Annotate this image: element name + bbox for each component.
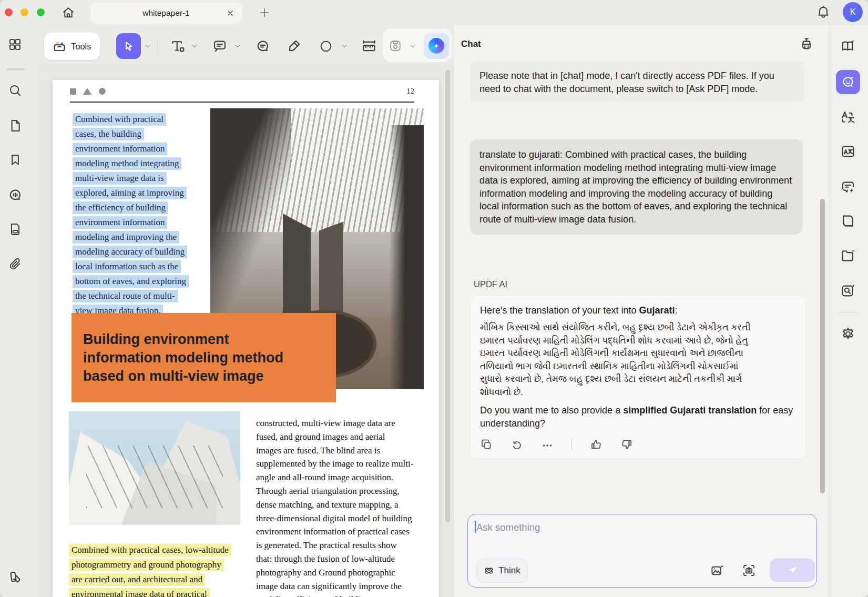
select-tool-button[interactable]	[116, 33, 141, 59]
regenerate-icon[interactable]	[510, 438, 523, 451]
right-sidebar	[829, 25, 868, 597]
text-line: Combined with practical cases, low-altit…	[69, 544, 231, 556]
home-button[interactable]	[61, 5, 76, 20]
bookmark-icon[interactable]	[8, 153, 23, 167]
measure-ruler-icon[interactable]	[361, 38, 377, 54]
think-label: Think	[498, 565, 520, 576]
text-line: environmental image data of practical	[69, 588, 210, 597]
clear-chat-broom-icon[interactable]	[799, 36, 814, 52]
note-tool-icon[interactable]	[212, 38, 228, 54]
triangle-shape	[83, 88, 91, 95]
text-line: local information such as the	[73, 260, 181, 273]
text-line: explored, aiming at improving	[73, 187, 187, 199]
note-tool-chevron-icon[interactable]	[234, 43, 241, 50]
text-line: angle and all-round image acquisition.	[256, 471, 430, 484]
pdf-scrollbar[interactable]	[445, 70, 450, 522]
comment-tool-icon[interactable]	[255, 38, 271, 54]
body-text-column: constructed, multi-view image data arefu…	[256, 417, 430, 597]
shape-tool-chevron-icon[interactable]	[341, 43, 348, 50]
text-line: cases, the building	[73, 128, 144, 140]
tools-button[interactable]: Tools	[44, 33, 100, 60]
user-message-bubble: translate to gujarati: Combined with pra…	[470, 139, 803, 235]
ai-compose-icon[interactable]	[840, 179, 856, 195]
text-line: three-dimensional digital model of build…	[256, 512, 430, 525]
translate-box-icon[interactable]	[840, 144, 856, 159]
notifications-bell-icon[interactable]	[816, 5, 831, 19]
circle-shape	[99, 88, 106, 95]
user-avatar[interactable]: K	[843, 2, 863, 22]
page-decor-shapes	[70, 86, 110, 96]
highlighter-pen-icon[interactable]	[287, 38, 302, 54]
ai-chat-tab-active[interactable]	[836, 70, 860, 94]
text-line: images are fused. The blind area is	[256, 444, 430, 458]
home-icon	[61, 5, 76, 20]
attachment-paperclip-icon[interactable]	[8, 257, 23, 271]
tab-close-icon[interactable]	[226, 9, 234, 17]
text-line: based on multi-view image	[83, 367, 336, 386]
page-stamp-icon[interactable]	[8, 222, 23, 237]
minimize-traffic-light[interactable]	[21, 8, 28, 16]
shape-circle-tool-icon[interactable]	[319, 39, 333, 54]
user-message-text: translate to gujarati: Combined with pra…	[479, 149, 792, 225]
text-line: the efficiency of building	[73, 201, 168, 214]
pdf-viewer-pane[interactable]: 12 Combined with practicalcases, the bui…	[36, 64, 453, 597]
voice-comment-icon[interactable]	[7, 187, 23, 203]
text-line: the technical route of multi-	[73, 290, 178, 302]
ai-search-icon[interactable]	[840, 283, 856, 299]
select-tool-chevron-icon[interactable]	[144, 43, 151, 50]
page-header-rule	[70, 102, 414, 103]
text-line: are carried out, and architectural and	[69, 573, 205, 586]
ai-folder-icon[interactable]	[840, 248, 856, 264]
ai-answer-card: Here's the translation of your text into…	[470, 295, 806, 459]
settings-gear-icon[interactable]	[840, 326, 856, 342]
text-line: information modeling method	[83, 349, 336, 367]
stamp-tool-icon[interactable]	[388, 38, 403, 53]
text-line: Combined with practical	[73, 113, 166, 126]
reader-mode-icon[interactable]	[840, 213, 856, 229]
text-tool-chevron-icon[interactable]	[191, 43, 198, 50]
text-line: સુધારો કરવાનો છે, તેમજ બહુ દૃશ્ય છબી ડેટ…	[480, 373, 796, 386]
chat-panel-title: Chat	[461, 39, 481, 49]
page-thumbnails-icon[interactable]	[8, 118, 23, 133]
text-line: Through aerial triangulation processing,	[256, 484, 430, 498]
cursor-arrow-icon	[122, 40, 135, 53]
thumbs-down-icon[interactable]	[620, 438, 633, 451]
text-line: મૌખિક કિસ્સાઓ સાથે સંયોજિત કરીને, બહુ દૃ…	[480, 321, 796, 335]
left-sidebar	[0, 64, 36, 597]
app-grid-icon[interactable]	[8, 37, 22, 52]
ai-read-book-icon[interactable]	[840, 38, 856, 54]
architecture-photo	[69, 411, 240, 525]
insert-image-icon[interactable]	[710, 563, 724, 578]
text-line: is generated. The practical results show	[256, 539, 430, 552]
document-tab[interactable]: whitepaper-1	[90, 3, 242, 24]
think-mode-button[interactable]: Think	[476, 559, 528, 583]
zoom-traffic-light[interactable]	[37, 8, 45, 16]
copy-icon[interactable]	[480, 438, 493, 451]
chat-input-box[interactable]: Ask something Think	[467, 514, 817, 588]
chat-scrollbar[interactable]	[820, 199, 825, 493]
ai-followup-question: Do you want me to also provide a simplif…	[480, 404, 796, 430]
new-tab-plus-icon[interactable]	[259, 7, 270, 18]
toolbox-icon	[53, 39, 66, 53]
send-button[interactable]	[770, 559, 815, 582]
ai-message-actions	[480, 438, 796, 451]
thumbs-up-icon[interactable]	[590, 438, 603, 451]
yellow-highlighted-paragraph: Combined with practical cases, low-altit…	[69, 544, 231, 597]
swatches-icon[interactable]	[7, 569, 23, 585]
actions-divider	[571, 438, 572, 451]
text-tool-icon[interactable]	[170, 38, 186, 54]
tools-label: Tools	[71, 42, 91, 52]
close-traffic-light[interactable]	[5, 8, 13, 16]
ai-translate-icon[interactable]	[840, 109, 856, 125]
text-line: photography and Ground photographic	[256, 566, 430, 580]
text-line: bottom of eaves, and exploring	[73, 275, 189, 288]
search-icon[interactable]	[8, 83, 23, 98]
more-options-icon[interactable]	[541, 438, 554, 451]
screenshot-camera-icon[interactable]	[742, 563, 756, 578]
text-line: supplemented by the image to realize mul…	[256, 457, 430, 471]
chat-input-placeholder-row[interactable]: Ask something	[475, 521, 540, 533]
send-plane-icon	[787, 564, 798, 576]
stamp-tool-chevron-icon[interactable]	[409, 43, 416, 50]
ai-assistant-toolbar-button[interactable]: ✦	[424, 33, 449, 59]
text-line: environment information	[73, 216, 167, 229]
